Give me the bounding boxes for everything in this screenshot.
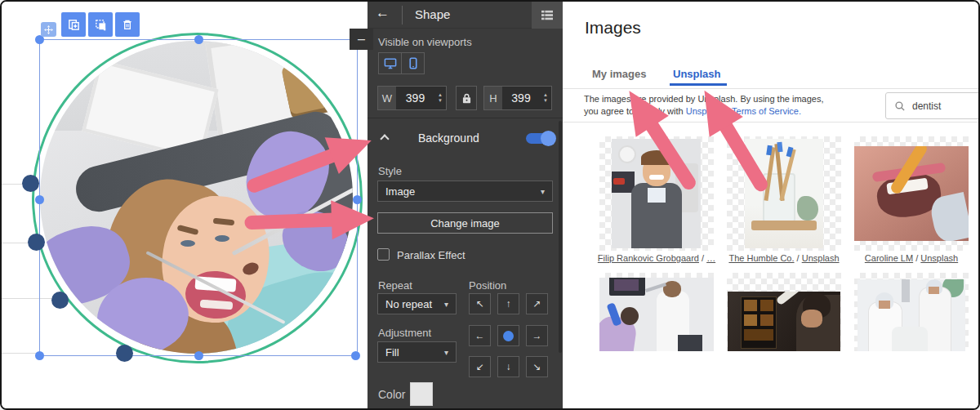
selection-handle-se[interactable]: [351, 351, 360, 360]
paste-style-button[interactable]: [88, 12, 113, 37]
style-value: Image: [385, 185, 415, 198]
list-icon: [541, 10, 554, 21]
thumbnail-dentist-portrait[interactable]: [612, 139, 701, 248]
collapse-section-chevron-icon[interactable]: [380, 134, 389, 143]
height-input[interactable]: 399: [502, 87, 540, 109]
attribution-separator: /: [699, 253, 706, 263]
thumbnail-cell: [727, 136, 841, 251]
anchor-point[interactable]: [51, 292, 69, 309]
anchor-point[interactable]: [28, 234, 45, 251]
anchor-point[interactable]: [116, 345, 133, 362]
height-label: H: [484, 87, 502, 109]
duplicate-button[interactable]: [61, 12, 86, 37]
move-handle[interactable]: [41, 22, 56, 37]
viewports-label: Visible on viewports: [378, 36, 472, 48]
arrow-ne-icon: ↗: [532, 298, 541, 310]
arrow-w-icon: ←: [475, 330, 485, 341]
disclaimer-line2: you agree to comply with Unsplash's Term…: [584, 106, 801, 116]
guide-line: [2, 353, 39, 354]
selection-handle-n[interactable]: [194, 35, 203, 44]
change-image-button[interactable]: Change image: [377, 212, 553, 234]
author-link[interactable]: Caroline LM: [865, 253, 913, 263]
thumbnail-dentist-monitor[interactable]: [599, 278, 714, 351]
tab-my-images[interactable]: My images: [592, 68, 646, 80]
panel-header: ← Shape: [368, 2, 563, 29]
header-divider: [402, 6, 403, 25]
disclaimer-text: you agree to comply with: [584, 106, 686, 116]
stepper-down-icon[interactable]: ▼: [438, 98, 443, 104]
search-input[interactable]: [912, 100, 969, 112]
editor-canvas[interactable]: [2, 2, 368, 408]
source-link[interactable]: Unsplash: [802, 253, 840, 263]
repeat-dropdown[interactable]: No repeat ▾: [377, 293, 457, 314]
thumbnail-surgeons[interactable]: [858, 279, 965, 351]
panel-scrollbar[interactable]: [559, 121, 562, 353]
viewport-toggle-group: [378, 52, 425, 74]
arrow-e-icon: →: [532, 330, 542, 341]
position-label: Position: [469, 279, 506, 292]
stepper-down-icon[interactable]: ▼: [543, 98, 548, 104]
source-link[interactable]: …: [706, 253, 715, 263]
tabs-divider: [563, 88, 980, 89]
delete-button[interactable]: [115, 12, 140, 37]
width-input[interactable]: 399: [396, 87, 434, 109]
collapse-panel-button[interactable]: –: [350, 29, 373, 50]
content-divider: [563, 122, 980, 123]
anchor-point[interactable]: [22, 175, 39, 192]
thumbnail-procedure-closeup[interactable]: [854, 146, 969, 241]
position-s-button[interactable]: ↓: [497, 356, 519, 377]
unsplash-disclaimer: The images are provided by Unsplash. By …: [584, 93, 862, 118]
position-w-button[interactable]: ←: [469, 325, 491, 346]
desktop-viewport-button[interactable]: [378, 52, 402, 74]
thumbnail-toothbrushes[interactable]: [745, 139, 823, 248]
source-link[interactable]: Unsplash: [920, 253, 958, 263]
arrow-nw-icon: ↖: [475, 298, 483, 310]
stepper-up-icon[interactable]: ▲: [438, 92, 443, 98]
parallax-checkbox[interactable]: [377, 248, 390, 261]
adjustment-dropdown[interactable]: Fill ▾: [377, 341, 457, 363]
panel-title: Shape: [415, 7, 450, 21]
thumbnail-cell: [599, 136, 714, 251]
arrow-n-icon: ↑: [506, 298, 511, 310]
position-center-button[interactable]: [497, 325, 519, 346]
position-nw-button[interactable]: ↖: [469, 293, 491, 314]
mobile-viewport-button[interactable]: [401, 52, 425, 74]
back-arrow-icon[interactable]: ←: [376, 5, 390, 21]
thumbnail-cell: [854, 273, 969, 351]
active-tab-underline: [670, 83, 727, 86]
repeat-label: Repeat: [378, 279, 412, 292]
thumbnail-xray-films[interactable]: [728, 292, 840, 351]
position-n-button[interactable]: ↑: [497, 293, 519, 314]
style-dropdown[interactable]: Image ▾: [377, 180, 553, 202]
author-link[interactable]: Filip Rankovic Grobgaard: [598, 253, 699, 263]
layers-list-button[interactable]: [532, 2, 563, 29]
selection-handle-s[interactable]: [194, 351, 203, 360]
background-toggle[interactable]: [526, 133, 555, 144]
tab-unsplash[interactable]: Unsplash: [673, 68, 721, 80]
position-sw-button[interactable]: ↙: [469, 356, 491, 377]
color-swatch[interactable]: [410, 382, 433, 406]
selection-handle-sw[interactable]: [35, 351, 44, 360]
author-link[interactable]: The Humble Co.: [728, 253, 794, 263]
background-section-title: Background: [418, 131, 479, 145]
arrow-s-icon: ↓: [506, 361, 511, 372]
minus-icon: –: [358, 32, 365, 47]
aspect-lock-button[interactable]: [456, 86, 477, 110]
lock-icon: [462, 93, 471, 104]
position-se-button[interactable]: ↘: [526, 356, 548, 377]
builder-screenshot: – ← Shape Visible on viewports: [0, 0, 980, 410]
selection-handle-w[interactable]: [35, 195, 44, 204]
dropdown-caret-icon: ▾: [541, 187, 545, 196]
position-e-button[interactable]: →: [526, 325, 548, 346]
stepper-up-icon[interactable]: ▲: [543, 92, 548, 98]
selection-rect[interactable]: [39, 39, 358, 356]
thumbnail-cell: [599, 273, 714, 351]
images-library-panel: Images My images Unsplash The images are…: [563, 2, 980, 408]
terms-of-service-link[interactable]: Unsplash's Terms of Service.: [686, 106, 801, 116]
parallax-label: Parallax Effect: [397, 249, 466, 261]
position-ne-button[interactable]: ↗: [526, 293, 548, 314]
attribution: Caroline LM / Unsplash: [846, 253, 977, 263]
selection-handle-e[interactable]: [353, 195, 362, 204]
desktop-icon: [384, 58, 397, 69]
width-input-group: W 399 ▲ ▼: [377, 86, 447, 110]
